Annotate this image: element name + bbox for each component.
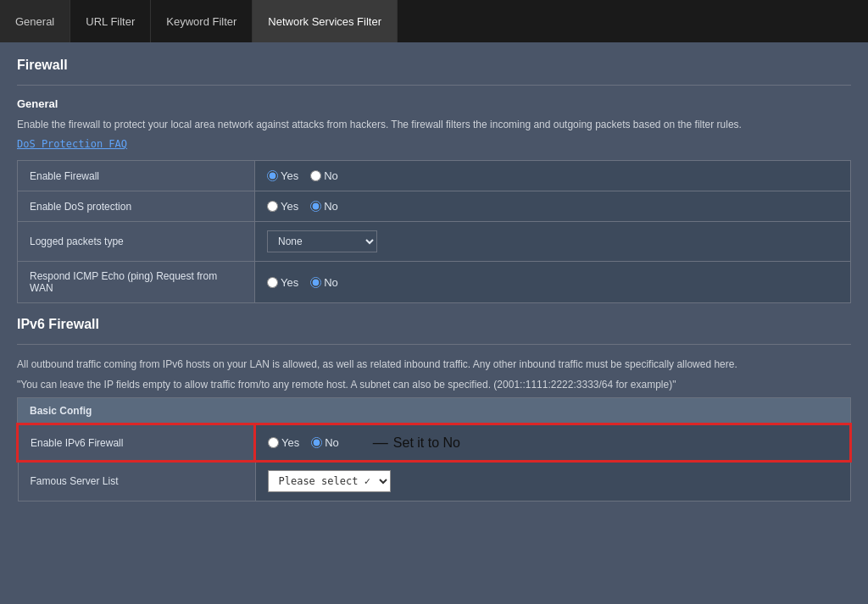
firewall-settings-table: Enable Firewall Yes No <box>17 160 851 303</box>
dos-protection-radio-group: Yes No <box>267 200 838 213</box>
table-row-enable-firewall: Enable Firewall Yes No <box>18 161 851 191</box>
tab-general[interactable]: General <box>0 0 70 42</box>
ipv6-title: IPv6 Firewall <box>17 317 851 332</box>
enable-firewall-label: Enable Firewall <box>18 161 255 191</box>
table-row-famous-server: Famous Server List Please select ✓ <box>18 461 850 501</box>
dos-protection-value: Yes No <box>255 191 851 222</box>
table-row-dos-protection: Enable DoS protection Yes No <box>18 191 851 222</box>
annotation: — Set it to No <box>373 434 460 452</box>
icmp-no-radio[interactable] <box>310 277 321 288</box>
logged-packets-label: Logged packets type <box>18 222 255 262</box>
famous-server-label: Famous Server List <box>18 461 255 501</box>
logged-packets-value: None <box>255 222 851 262</box>
divider-2 <box>17 344 851 345</box>
general-description: Enable the firewall to protect your loca… <box>17 117 851 132</box>
icmp-value: Yes No <box>255 262 851 303</box>
tab-bar: General URL Filter Keyword Filter Networ… <box>0 0 868 42</box>
enable-firewall-no-label[interactable]: No <box>310 169 338 182</box>
ipv6-firewall-no-label[interactable]: No <box>311 436 339 449</box>
ipv6-firewall-yes-radio[interactable] <box>268 437 279 448</box>
annotation-arrow-icon: — <box>373 434 388 452</box>
main-content: Firewall General Enable the firewall to … <box>0 42 868 604</box>
icmp-label: Respond ICMP Echo (ping) Request from WA… <box>18 262 255 303</box>
ipv6-firewall-label: Enable IPv6 Firewall <box>18 424 255 461</box>
ipv6-description2: "You can leave the IP fields empty to al… <box>17 377 851 392</box>
table-row-ipv6-firewall: Enable IPv6 Firewall Yes <box>18 424 850 461</box>
annotation-text: Set it to No <box>393 435 460 451</box>
icmp-yes-radio[interactable] <box>267 277 278 288</box>
ipv6-firewall-yes-label[interactable]: Yes <box>268 436 299 449</box>
dos-faq-link[interactable]: DoS Protection FAQ <box>17 138 127 150</box>
table-row-logged-packets: Logged packets type None <box>18 222 851 262</box>
table-row-icmp: Respond ICMP Echo (ping) Request from WA… <box>18 262 851 303</box>
ipv6-firewall-no-radio[interactable] <box>311 437 322 448</box>
general-subtitle: General <box>17 97 851 110</box>
ipv6-section: IPv6 Firewall All outbound traffic comin… <box>17 317 851 501</box>
dos-protection-label: Enable DoS protection <box>18 191 255 222</box>
tab-url-filter[interactable]: URL Filter <box>70 0 151 42</box>
famous-server-value: Please select ✓ <box>255 461 850 501</box>
dos-protection-no-label[interactable]: No <box>310 200 338 213</box>
enable-firewall-value: Yes No <box>255 161 851 191</box>
ipv6-firewall-value: Yes No — Set it to No <box>255 424 850 461</box>
divider-1 <box>17 85 851 86</box>
enable-firewall-yes-radio[interactable] <box>267 170 278 181</box>
icmp-yes-label[interactable]: Yes <box>267 276 298 289</box>
famous-server-select[interactable]: Please select ✓ <box>268 470 391 492</box>
enable-firewall-no-radio[interactable] <box>310 170 321 181</box>
ipv6-settings-table: Enable IPv6 Firewall Yes <box>17 424 851 501</box>
logged-packets-select[interactable]: None <box>267 230 377 252</box>
tab-network-services-filter[interactable]: Network Services Filter <box>253 0 398 42</box>
icmp-no-label[interactable]: No <box>310 276 338 289</box>
firewall-title: Firewall <box>17 58 851 73</box>
enable-firewall-radio-group: Yes No <box>267 169 838 182</box>
icmp-radio-group: Yes No <box>267 276 838 289</box>
ipv6-description1: All outbound traffic coming from IPv6 ho… <box>17 357 851 372</box>
dos-protection-no-radio[interactable] <box>310 201 321 212</box>
tab-keyword-filter[interactable]: Keyword Filter <box>151 0 253 42</box>
ipv6-firewall-radio-group: Yes No <box>268 436 348 449</box>
dos-protection-yes-label[interactable]: Yes <box>267 200 298 213</box>
dos-protection-yes-radio[interactable] <box>267 201 278 212</box>
basic-config-header: Basic Config <box>17 397 851 424</box>
enable-firewall-yes-label[interactable]: Yes <box>267 169 298 182</box>
